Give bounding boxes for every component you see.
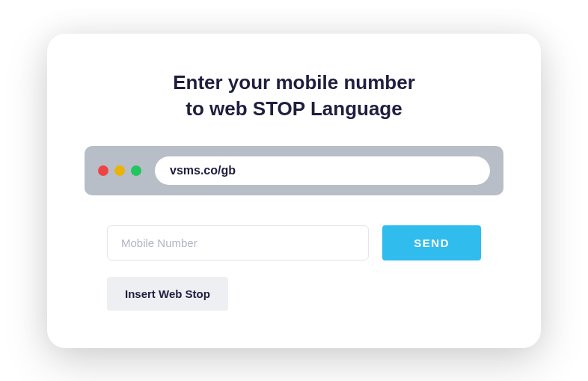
- card-container: Enter your mobile number to web STOP Lan…: [47, 34, 541, 348]
- traffic-lights: [98, 165, 141, 176]
- close-icon: [98, 165, 108, 176]
- send-button[interactable]: SEND: [382, 225, 481, 260]
- url-display: vsms.co/gb: [155, 156, 490, 185]
- form-row: SEND: [85, 225, 503, 260]
- maximize-icon: [131, 165, 141, 176]
- heading-line-2: to web STOP Language: [186, 97, 402, 120]
- insert-web-stop-button[interactable]: Insert Web Stop: [107, 277, 228, 311]
- mobile-number-input[interactable]: [107, 225, 369, 260]
- insert-row: Insert Web Stop: [85, 277, 503, 311]
- heading-line-1: Enter your mobile number: [173, 71, 415, 94]
- minimize-icon: [114, 165, 125, 176]
- browser-bar: vsms.co/gb: [85, 146, 503, 195]
- page-heading: Enter your mobile number to web STOP Lan…: [85, 70, 503, 122]
